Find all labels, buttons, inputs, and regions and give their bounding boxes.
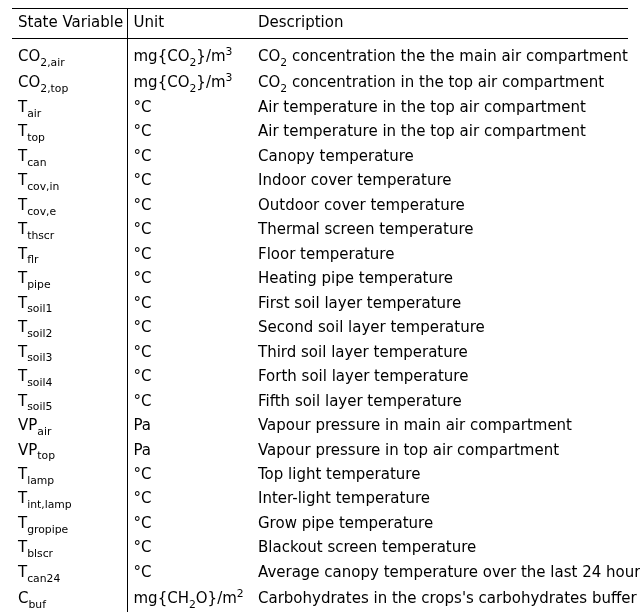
cell-unit: mg{CH2O}/m2 — [127, 586, 252, 612]
cell-description: Vapour pressure in main air compartment — [252, 415, 628, 439]
cell-variable: VPair — [12, 415, 127, 439]
table-row: Tcov,in°CIndoor cover temperature — [12, 170, 628, 194]
table-row: CO2,topmg{CO2}/m3CO2 concentration in th… — [12, 70, 628, 96]
table-row: Tsoil5°CFifth soil layer temperature — [12, 390, 628, 414]
cell-description: Blackout screen temperature — [252, 537, 628, 561]
table-row: Tgropipe°CGrow pipe temperature — [12, 512, 628, 536]
cell-unit: °C — [127, 317, 252, 341]
table-row: VPairPaVapour pressure in main air compa… — [12, 415, 628, 439]
table-row: Tair°CAir temperature in the top air com… — [12, 96, 628, 120]
cell-unit: °C — [127, 121, 252, 145]
state-variable-table-page: State Variable Unit Description CO2,airm… — [0, 0, 640, 612]
cell-variable: Tblscr — [12, 537, 127, 561]
cell-unit: mg{CO2}/m3 — [127, 70, 252, 96]
cell-unit: °C — [127, 488, 252, 512]
cell-description: Indoor cover temperature — [252, 170, 628, 194]
state-variable-table: State Variable Unit Description CO2,airm… — [12, 8, 628, 612]
cell-unit: °C — [127, 194, 252, 218]
cell-unit: °C — [127, 145, 252, 169]
col-header-variable: State Variable — [12, 9, 127, 39]
cell-unit: Pa — [127, 439, 252, 463]
cell-variable: CO2,top — [12, 70, 127, 96]
cell-variable: Tsoil1 — [12, 292, 127, 316]
table-row: Tthscr°CThermal screen temperature — [12, 219, 628, 243]
cell-unit: °C — [127, 96, 252, 120]
cell-description: Grow pipe temperature — [252, 512, 628, 536]
cell-description: Thermal screen temperature — [252, 219, 628, 243]
table-row: Cbufmg{CH2O}/m2Carbohydrates in the crop… — [12, 586, 628, 612]
cell-unit: °C — [127, 390, 252, 414]
cell-unit: mg{CO2}/m3 — [127, 38, 252, 69]
cell-description: Fifth soil layer temperature — [252, 390, 628, 414]
table-row: Tpipe°CHeating pipe temperature — [12, 268, 628, 292]
cell-unit: Pa — [127, 415, 252, 439]
cell-unit: °C — [127, 292, 252, 316]
cell-unit: °C — [127, 561, 252, 585]
table-row: Tcan°CCanopy temperature — [12, 145, 628, 169]
cell-variable: Tair — [12, 96, 127, 120]
cell-variable: Tcov,e — [12, 194, 127, 218]
table-row: Tflr°CFloor temperature — [12, 243, 628, 267]
cell-variable: Tsoil5 — [12, 390, 127, 414]
cell-unit: °C — [127, 268, 252, 292]
cell-variable: Tsoil2 — [12, 317, 127, 341]
cell-description: Average canopy temperature over the last… — [252, 561, 628, 585]
table-row: Tcov,e°COutdoor cover temperature — [12, 194, 628, 218]
cell-variable: VPtop — [12, 439, 127, 463]
cell-description: Carbohydrates in the crops's carbohydrat… — [252, 586, 628, 612]
cell-variable: Tgropipe — [12, 512, 127, 536]
cell-description: Floor temperature — [252, 243, 628, 267]
cell-variable: Tcan — [12, 145, 127, 169]
cell-description: CO2 concentration the the main air compa… — [252, 38, 628, 69]
cell-variable: Tcov,in — [12, 170, 127, 194]
cell-unit: °C — [127, 537, 252, 561]
cell-unit: °C — [127, 341, 252, 365]
cell-variable: Cbuf — [12, 586, 127, 612]
cell-description: Inter-light temperature — [252, 488, 628, 512]
cell-unit: °C — [127, 243, 252, 267]
table-row: Tcan24°CAverage canopy temperature over … — [12, 561, 628, 585]
table-row: VPtopPaVapour pressure in top air compar… — [12, 439, 628, 463]
table-row: Tlamp°CTop light temperature — [12, 463, 628, 487]
cell-description: CO2 concentration in the top air compart… — [252, 70, 628, 96]
cell-unit: °C — [127, 170, 252, 194]
cell-unit: °C — [127, 366, 252, 390]
table-body: CO2,airmg{CO2}/m3CO2 concentration the t… — [12, 38, 628, 612]
cell-variable: Tint,lamp — [12, 488, 127, 512]
col-header-unit: Unit — [127, 9, 252, 39]
cell-variable: Tthscr — [12, 219, 127, 243]
cell-description: Second soil layer temperature — [252, 317, 628, 341]
cell-variable: CO2,air — [12, 38, 127, 69]
cell-variable: Tflr — [12, 243, 127, 267]
cell-description: Heating pipe temperature — [252, 268, 628, 292]
table-row: Tint,lamp°CInter-light temperature — [12, 488, 628, 512]
cell-variable: Tcan24 — [12, 561, 127, 585]
cell-description: Canopy temperature — [252, 145, 628, 169]
table-header-row: State Variable Unit Description — [12, 9, 628, 39]
table-row: Tsoil3°CThird soil layer temperature — [12, 341, 628, 365]
cell-description: Third soil layer temperature — [252, 341, 628, 365]
table-row: Tblscr°CBlackout screen temperature — [12, 537, 628, 561]
cell-description: Top light temperature — [252, 463, 628, 487]
cell-description: Air temperature in the top air compartme… — [252, 96, 628, 120]
cell-unit: °C — [127, 512, 252, 536]
cell-unit: °C — [127, 463, 252, 487]
cell-variable: Ttop — [12, 121, 127, 145]
table-row: CO2,airmg{CO2}/m3CO2 concentration the t… — [12, 38, 628, 69]
col-header-description: Description — [252, 9, 628, 39]
cell-unit: °C — [127, 219, 252, 243]
cell-variable: Tlamp — [12, 463, 127, 487]
cell-variable: Tsoil4 — [12, 366, 127, 390]
cell-description: Air temperature in the top air compartme… — [252, 121, 628, 145]
cell-description: Outdoor cover temperature — [252, 194, 628, 218]
cell-description: Forth soil layer temperature — [252, 366, 628, 390]
cell-description: Vapour pressure in top air compartment — [252, 439, 628, 463]
table-row: Tsoil1°CFirst soil layer temperature — [12, 292, 628, 316]
cell-variable: Tpipe — [12, 268, 127, 292]
table-row: Ttop°CAir temperature in the top air com… — [12, 121, 628, 145]
cell-variable: Tsoil3 — [12, 341, 127, 365]
cell-description: First soil layer temperature — [252, 292, 628, 316]
table-row: Tsoil2°CSecond soil layer temperature — [12, 317, 628, 341]
table-row: Tsoil4°CForth soil layer temperature — [12, 366, 628, 390]
